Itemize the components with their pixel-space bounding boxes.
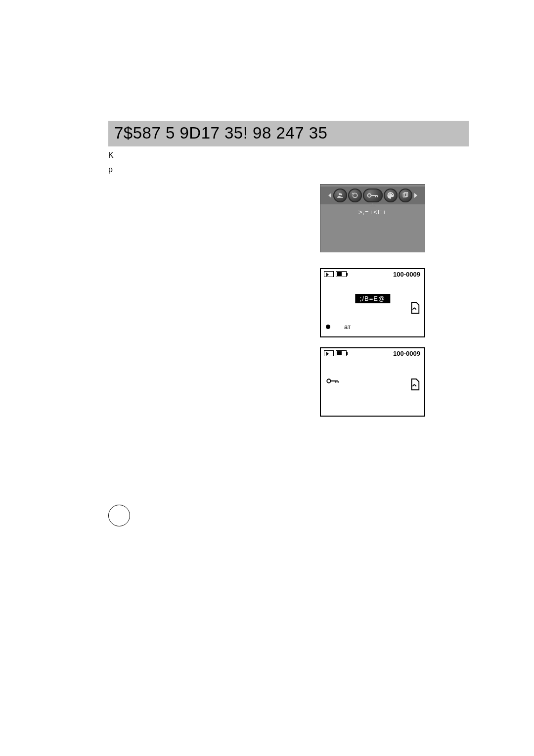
people-icon	[333, 189, 347, 202]
lock-key-icon	[326, 377, 341, 385]
key-icon	[363, 189, 383, 202]
menu-nav-right-icon	[414, 193, 417, 198]
menu-nav-left-icon	[328, 193, 331, 198]
lcd-menu-screen: >,=+<E+	[320, 184, 425, 252]
play-mode-icon	[324, 350, 334, 356]
palette-icon	[384, 189, 398, 202]
battery-icon	[336, 350, 347, 356]
file-code: 100-0009	[393, 350, 420, 357]
menu-strip	[320, 187, 425, 204]
text-column: K р	[108, 149, 270, 178]
memory-card-icon	[409, 301, 420, 314]
svg-point-0	[367, 194, 371, 197]
rotate-icon	[348, 189, 362, 202]
paragraph-2: р	[108, 164, 267, 175]
section-title: 7$587 5 9D17 35! 98 247 35	[114, 124, 327, 142]
body-row: K р	[108, 149, 469, 178]
svg-point-3	[327, 379, 331, 383]
play-topbar	[324, 350, 347, 356]
file-code: 100-0009	[393, 271, 420, 278]
page-number	[108, 505, 130, 526]
figures-column: >,=+<E+ 100-0009 ;/B=E@ aт	[270, 149, 469, 178]
play-topbar	[324, 271, 347, 277]
copy-icon	[399, 189, 412, 202]
dot-icon	[326, 325, 330, 329]
content-area: 7$587 5 9D17 35! 98 247 35 K р	[108, 121, 469, 526]
bottom-row: aт	[326, 323, 351, 331]
bottom-text: aт	[344, 323, 351, 331]
memory-card-icon	[409, 378, 420, 391]
page: 7$587 5 9D17 35! 98 247 35 K р	[0, 0, 534, 756]
menu-label: >,=+<E+	[320, 208, 425, 216]
battery-icon	[336, 271, 347, 277]
lcd-play-screen-confirm: 100-0009 ;/B=E@ aт	[320, 268, 425, 337]
play-mode-icon	[324, 271, 334, 277]
confirm-label: ;/B=E@	[355, 294, 390, 303]
paragraph-1: K	[108, 149, 267, 161]
section-title-bar: 7$587 5 9D17 35! 98 247 35	[108, 121, 469, 146]
lcd-play-screen-locked: 100-0009	[320, 347, 425, 417]
